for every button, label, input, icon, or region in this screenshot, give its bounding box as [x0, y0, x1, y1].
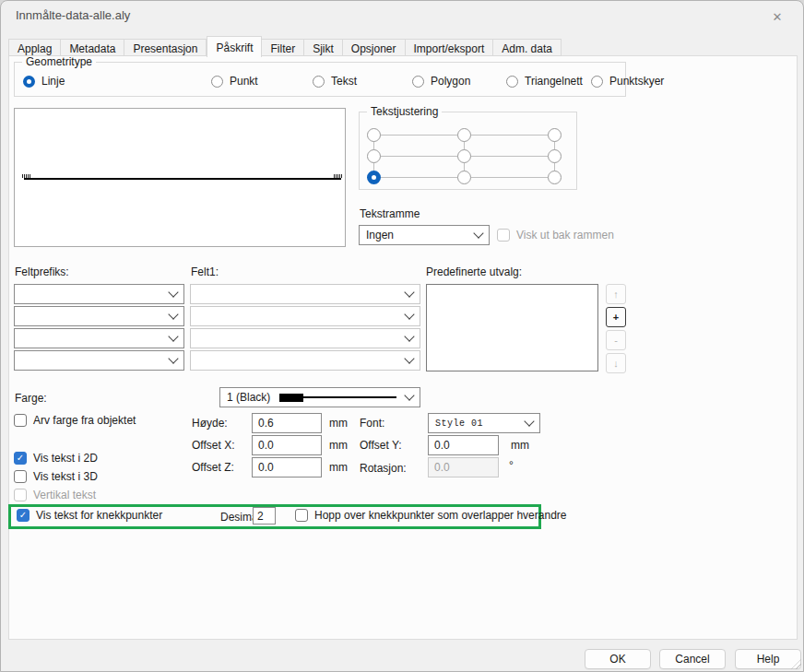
checkbox-icon — [14, 414, 27, 427]
color-label: Farge: — [15, 392, 47, 405]
height-label: Høyde: — [192, 417, 228, 430]
preview-right-label-mark — [334, 174, 342, 178]
radio-icon — [506, 76, 518, 88]
alignment-radio-middle-left[interactable] — [367, 149, 381, 163]
tab-presentasjon[interactable]: Presentasjon — [124, 39, 207, 56]
height-input[interactable] — [252, 413, 322, 433]
alignment-radio-middle-center[interactable] — [457, 149, 471, 163]
tab-adm-data[interactable]: Adm. data — [493, 39, 562, 56]
move-down-button: ↓ — [606, 353, 626, 373]
erase-behind-checkbox: Visk ut bak rammen — [497, 229, 614, 242]
vertical-text-label: Vertikal tekst — [33, 489, 96, 501]
help-button[interactable]: Help — [735, 649, 801, 669]
tekstramme-select[interactable]: Ingen — [359, 225, 490, 245]
geometry-option-label: Punkt — [230, 75, 258, 88]
text-preview-panel — [14, 108, 346, 247]
show-vertex-text-label: Vis tekst for knekkpunkter — [36, 509, 162, 522]
show-text-2d-checkbox[interactable]: ✓ Vis tekst i 2D — [14, 452, 98, 465]
skip-overlapping-checkbox[interactable]: Hopp over knekkpunkter som overlapper hv… — [295, 509, 566, 522]
alignment-radio-middle-right[interactable] — [548, 149, 562, 163]
tekstramme-label: Tekstramme — [360, 207, 420, 220]
cancel-button[interactable]: Cancel — [659, 649, 726, 669]
geometry-option-polygon[interactable]: Polygon — [412, 75, 470, 88]
alignment-radio-bottom-left[interactable] — [367, 171, 381, 184]
geometry-option-tekst[interactable]: Tekst — [313, 75, 357, 88]
show-text-3d-checkbox[interactable]: Vis tekst i 3D — [14, 470, 98, 483]
tab-applag[interactable]: Applag — [8, 39, 61, 56]
preview-line — [24, 178, 341, 180]
decimals-input[interactable] — [253, 507, 276, 525]
alignment-radio-bottom-right[interactable] — [548, 171, 562, 184]
color-swatch — [279, 394, 303, 402]
checkbox-icon — [14, 489, 27, 501]
window-title: Innmålte-data-alle.aly — [16, 8, 130, 22]
show-text-2d-label: Vis tekst i 2D — [33, 452, 98, 465]
tab-filter[interactable]: Filter — [262, 39, 304, 56]
feltprefiks-label: Feltprefiks: — [15, 265, 69, 278]
checkbox-icon — [295, 509, 308, 522]
felt1-select-1[interactable] — [190, 284, 420, 304]
font-select[interactable]: Style 01 — [428, 413, 540, 433]
tab-opsjoner[interactable]: Opsjoner — [343, 39, 406, 56]
inherit-color-checkbox[interactable]: Arv farge fra objektet — [14, 414, 136, 427]
show-vertex-text-checkbox[interactable]: ✓ Vis tekst for knekkpunkter — [17, 509, 162, 522]
minus-icon: - — [614, 335, 618, 346]
height-unit: mm — [329, 417, 348, 430]
tab-sjikt[interactable]: Sjikt — [304, 39, 343, 56]
chevron-down-icon — [404, 353, 414, 363]
feltprefiks-select-4[interactable] — [14, 350, 184, 371]
add-button[interactable]: + — [606, 307, 626, 327]
radio-icon — [23, 76, 35, 88]
feltprefiks-select-3[interactable] — [14, 328, 184, 348]
geometry-option-label: Triangelnett — [525, 75, 583, 88]
predefined-list[interactable] — [426, 284, 598, 371]
close-button[interactable]: ✕ — [764, 6, 790, 28]
tab-import-eksport[interactable]: Import/eksport — [406, 39, 494, 56]
alignment-radio-top-center[interactable] — [457, 128, 471, 142]
color-select[interactable]: 1 (Black) — [219, 387, 420, 407]
offset-x-label: Offset X: — [192, 439, 234, 452]
offset-z-input[interactable] — [252, 457, 322, 477]
geometry-option-punktskyer[interactable]: Punktskyer — [591, 75, 664, 88]
geometry-group-label: Geometritype — [22, 55, 96, 68]
geometry-option-triangelnett[interactable]: Triangelnett — [506, 75, 583, 88]
offset-x-input[interactable] — [252, 435, 322, 455]
offset-y-input[interactable] — [428, 435, 499, 455]
feltprefiks-select-1[interactable] — [14, 284, 184, 304]
chevron-down-icon — [168, 287, 178, 297]
alignment-radio-top-right[interactable] — [548, 128, 562, 142]
alignment-radio-bottom-center[interactable] — [457, 171, 471, 184]
felt1-select-3[interactable] — [190, 328, 420, 348]
arrow-down-icon: ↓ — [613, 358, 619, 369]
offset-z-label: Offset Z: — [192, 461, 234, 474]
offset-y-label: Offset Y: — [360, 439, 402, 452]
felt1-select-2[interactable] — [190, 306, 420, 326]
chevron-down-icon — [473, 228, 483, 238]
tab-paaskrift[interactable]: Påskrift — [207, 36, 262, 57]
chevron-down-icon — [404, 331, 414, 341]
geometry-option-linje[interactable]: Linje — [23, 75, 65, 88]
ok-button[interactable]: OK — [585, 649, 651, 669]
felt1-select-4[interactable] — [190, 350, 420, 371]
show-text-3d-label: Vis tekst i 3D — [33, 470, 98, 483]
checkbox-icon: ✓ — [14, 452, 27, 465]
geometry-option-label: Tekst — [331, 75, 357, 88]
chevron-down-icon — [168, 353, 178, 363]
alignment-group-label: Tekstjustering — [367, 105, 442, 118]
radio-icon — [591, 76, 603, 88]
offset-x-unit: mm — [329, 439, 348, 452]
tab-metadata[interactable]: Metadata — [61, 39, 124, 56]
feltprefiks-select-2[interactable] — [14, 306, 184, 326]
inherit-color-label: Arv farge fra objektet — [33, 414, 136, 427]
chevron-down-icon — [524, 416, 534, 426]
geometry-option-punkt[interactable]: Punkt — [211, 75, 258, 88]
rotation-input — [428, 457, 499, 477]
felt1-label: Felt1: — [191, 265, 219, 278]
remove-button: - — [606, 330, 626, 350]
dialog-window: Innmålte-data-alle.aly ✕ Applag Metadata… — [0, 0, 804, 672]
alignment-radio-top-left[interactable] — [367, 128, 381, 142]
erase-behind-label: Visk ut bak rammen — [516, 229, 614, 242]
plus-icon: + — [613, 312, 619, 323]
font-value: Style 01 — [435, 419, 526, 429]
offset-y-unit: mm — [511, 439, 529, 452]
